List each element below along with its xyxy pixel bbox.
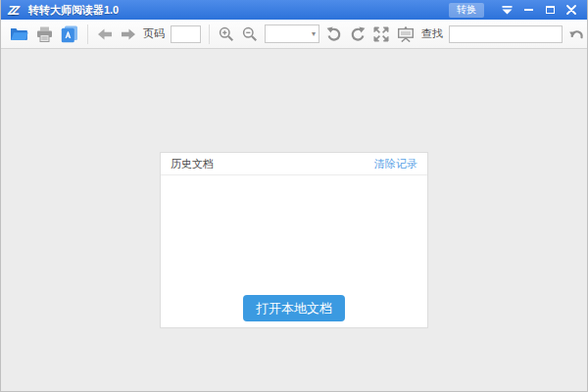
maximize-button[interactable]: [541, 2, 559, 18]
presentation-icon: [397, 26, 415, 42]
rotate-left-button[interactable]: [325, 23, 343, 46]
clear-history-link[interactable]: 清除记录: [374, 157, 417, 172]
page-number-label: 页码: [143, 26, 165, 41]
zoom-in-button[interactable]: [218, 23, 235, 46]
fullscreen-button[interactable]: [372, 23, 390, 46]
zoom-out-button[interactable]: [241, 23, 259, 46]
pdf-convert-icon: [61, 25, 78, 43]
page-number-input[interactable]: [171, 25, 201, 43]
find-label: 查找: [421, 26, 443, 41]
maximize-icon: [546, 6, 555, 14]
app-logo: ZZ: [8, 4, 20, 17]
minimize-button[interactable]: [519, 2, 537, 18]
undo-button[interactable]: [568, 23, 585, 46]
zoom-in-icon: [219, 26, 234, 42]
forward-button[interactable]: [120, 23, 137, 46]
toolbar-separator: [209, 24, 210, 44]
caret-down-icon: ▾: [312, 30, 316, 38]
print-button[interactable]: [35, 23, 54, 46]
history-list-empty: [161, 175, 427, 295]
zoom-out-icon: [242, 26, 258, 42]
open-folder-icon: [10, 26, 28, 41]
pdf-convert-button[interactable]: [60, 23, 79, 46]
titlebar: ZZ 转转大师阅读器1.0 转换: [1, 0, 587, 20]
toolbar: 页码 ▾: [1, 20, 587, 49]
convert-button[interactable]: 转换: [449, 3, 484, 18]
forward-icon: [121, 28, 136, 40]
skin-dropdown-icon[interactable]: [498, 2, 515, 18]
history-panel-title: 历史文档: [171, 157, 214, 172]
rotate-left-icon: [326, 26, 342, 42]
presentation-button[interactable]: [396, 23, 416, 46]
toolbar-separator: [87, 24, 88, 44]
find-input[interactable]: [449, 25, 563, 43]
open-file-button[interactable]: [9, 23, 29, 46]
fullscreen-icon: [373, 26, 389, 42]
open-local-document-button[interactable]: 打开本地文档: [243, 295, 345, 321]
minimize-icon: [524, 9, 533, 11]
close-icon: [566, 5, 576, 15]
rotate-right-icon: [350, 26, 366, 42]
main-content: 历史文档 清除记录 打开本地文档: [1, 49, 587, 391]
app-window: ZZ 转转大师阅读器1.0 转换: [0, 0, 588, 392]
history-panel-header: 历史文档 清除记录: [161, 153, 427, 175]
history-panel: 历史文档 清除记录 打开本地文档: [160, 152, 428, 328]
zoom-level-select[interactable]: ▾: [265, 24, 319, 43]
rotate-right-button[interactable]: [349, 23, 367, 46]
print-icon: [36, 26, 53, 42]
close-button[interactable]: [563, 2, 580, 18]
window-title: 转转大师阅读器1.0: [28, 3, 449, 18]
undo-icon: [569, 27, 584, 41]
back-icon: [97, 28, 113, 40]
back-button[interactable]: [96, 23, 114, 46]
